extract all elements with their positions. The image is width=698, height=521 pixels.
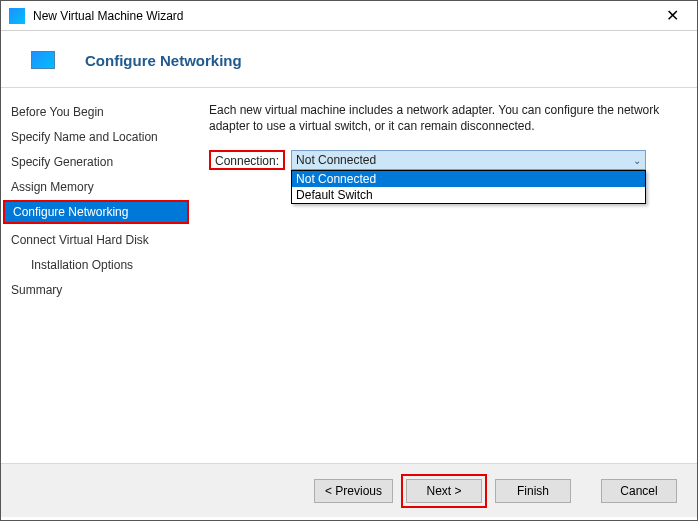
wizard-content: Each new virtual machine includes a netw… <box>191 88 697 463</box>
step-summary[interactable]: Summary <box>1 278 191 302</box>
step-installation-options[interactable]: Installation Options <box>1 253 191 277</box>
page-title: Configure Networking <box>85 52 242 69</box>
connection-dropdown[interactable]: Not Connected ⌄ <box>291 150 646 170</box>
next-button[interactable]: Next > <box>406 479 482 503</box>
cancel-button[interactable]: Cancel <box>601 479 677 503</box>
chevron-down-icon: ⌄ <box>633 155 641 166</box>
description-text: Each new virtual machine includes a netw… <box>209 102 679 134</box>
connection-selected-value: Not Connected <box>296 153 376 167</box>
step-assign-memory[interactable]: Assign Memory <box>1 175 191 199</box>
app-icon <box>9 8 25 24</box>
step-specify-name-location[interactable]: Specify Name and Location <box>1 125 191 149</box>
step-specify-generation[interactable]: Specify Generation <box>1 150 191 174</box>
finish-button[interactable]: Finish <box>495 479 571 503</box>
wizard-logo-icon <box>31 51 55 69</box>
connection-row: Connection: Not Connected ⌄ Not Connecte… <box>209 150 679 170</box>
connection-label: Connection: <box>209 150 285 170</box>
next-button-highlight: Next > <box>401 474 487 508</box>
connection-option-default-switch[interactable]: Default Switch <box>292 187 645 203</box>
previous-button[interactable]: < Previous <box>314 479 393 503</box>
window-title: New Virtual Machine Wizard <box>33 9 656 23</box>
wizard-header: Configure Networking <box>1 31 697 88</box>
step-configure-networking[interactable]: Configure Networking <box>3 200 189 224</box>
wizard-steps-sidebar: Before You Begin Specify Name and Locati… <box>1 88 191 463</box>
step-connect-vhd[interactable]: Connect Virtual Hard Disk <box>1 228 191 252</box>
wizard-footer: < Previous Next > Finish Cancel <box>1 463 697 517</box>
close-icon[interactable]: ✕ <box>656 2 689 30</box>
connection-combo-wrap: Not Connected ⌄ Not Connected Default Sw… <box>291 150 646 170</box>
connection-option-not-connected[interactable]: Not Connected <box>292 171 645 187</box>
step-before-you-begin[interactable]: Before You Begin <box>1 100 191 124</box>
wizard-body: Before You Begin Specify Name and Locati… <box>1 88 697 463</box>
connection-dropdown-list: Not Connected Default Switch <box>291 170 646 204</box>
titlebar: New Virtual Machine Wizard ✕ <box>1 1 697 31</box>
